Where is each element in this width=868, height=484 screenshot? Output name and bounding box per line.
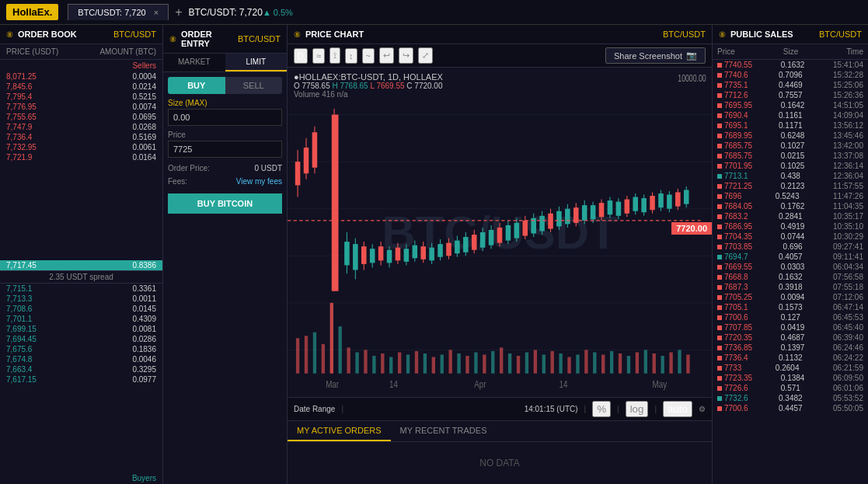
chart-undo[interactable]: ↩ [379,47,394,64]
sales-time: 07:12:06 [833,293,863,301]
tab-add-icon[interactable]: + [175,5,182,19]
sales-row-item: 7703.85 0.696 09:27:41 [713,242,868,252]
svg-rect-130 [633,197,638,211]
size-label: Size (MAX) [168,99,282,107]
sell-dot [717,93,722,98]
sales-time: 15:25:06 [833,81,863,89]
pct-btn[interactable]: % [592,401,611,417]
chart-line-tool[interactable]: ~ [362,48,375,64]
tab-market[interactable]: MARKET [163,54,225,71]
svg-rect-23 [441,354,444,373]
tab-limit[interactable]: LIMIT [225,54,288,71]
ob-amount-header: AMOUNT (BTC) [99,47,156,56]
sales-price: 7701.95 [717,162,752,170]
screenshot-button[interactable]: Share Screenshot 📷 [605,47,706,64]
sales-row-item: 7707.85 0.0419 06:45:40 [713,322,868,333]
sales-pair: BTC/USDT [819,30,862,39]
svg-rect-80 [420,246,426,259]
buyer-row: 7,708.60.0145 [0,304,162,314]
buy-button[interactable]: BUY BITCOIN [168,193,282,214]
sales-time: 13:45:46 [833,131,863,140]
sell-dot [717,376,722,381]
seller-price: 7,776.95 [6,103,37,111]
tab-recent-trades[interactable]: MY RECENT TRADES [391,421,497,441]
sell-dot [717,235,722,239]
buyers-label: Buyers [0,472,162,484]
sales-size: 0.7096 [779,71,803,79]
auto-btn[interactable]: auto [663,401,692,417]
svg-rect-37 [559,353,562,374]
sales-rows: 7740.55 0.1632 15:41:04 7740.6 0.7096 15… [713,60,868,484]
buy-tab[interactable]: BUY [168,77,225,94]
seller-amount: 0.0214 [132,82,156,91]
order-entry-pair: BTC/USDT [238,34,281,44]
svg-rect-134 [650,196,655,210]
svg-rect-124 [608,200,613,214]
log-btn[interactable]: log [626,401,649,417]
sales-row-item: 7740.6 0.7096 15:32:28 [713,70,868,80]
chart-type-candle[interactable]: ≈ [312,48,325,64]
sales-time: 14:09:04 [833,111,863,120]
sales-time: 06:45:53 [833,313,863,322]
sales-time: 13:42:00 [833,141,863,150]
sell-tab[interactable]: SELL [225,77,283,94]
active-tab[interactable]: BTC/USDT: 7,720 × [68,4,169,20]
sellers-rows: 8,071.250.00047,845.60.02147,795.40.5215… [0,71,162,260]
chart-area: ●HOLLAEX:BTC-USDT, 1D, HOLLAEX O 7758.65… [288,68,712,397]
sales-size: 0.3918 [779,283,803,291]
tab-close-icon[interactable]: × [154,8,159,17]
svg-rect-90 [463,237,469,252]
sales-time: 05:50:05 [833,404,863,413]
price-input[interactable] [168,141,282,158]
chart-draw-tool[interactable]: ↕ [345,48,357,64]
chart-type-bar[interactable]: ⟟ [329,47,340,64]
public-sales-panel: ⑧ PUBLIC SALES BTC/USDT Price Size Time … [713,25,868,484]
sales-row-item: 7701.95 0.1025 12:36:14 [713,161,868,171]
sales-price: 7694.7 [717,252,748,261]
svg-rect-10 [330,303,333,374]
sales-row-item: 7700.6 0.127 06:45:53 [713,312,868,322]
max-link[interactable]: (MAX) [185,99,207,107]
sales-size: 0.1171 [779,121,803,130]
sales-time: 12:36:14 [833,162,863,170]
tab-active-orders[interactable]: MY ACTIVE ORDERS [288,421,391,441]
size-input[interactable] [168,109,282,126]
sales-time: 06:39:40 [833,333,863,342]
sales-row-item: 7736.4 0.1132 06:24:22 [713,353,868,363]
chart-redo[interactable]: ↪ [399,47,413,64]
svg-rect-142 [684,190,689,204]
sales-row-item: 7732.6 0.3482 05:53:52 [713,393,868,403]
screenshot-label: Share Screenshot [614,51,682,61]
svg-rect-21 [424,353,427,374]
timeframe-d-btn[interactable]: D [294,48,308,64]
chart-panel: ⑧ PRICE CHART BTC/USDT D ≈ ⟟ ↕ ~ ↩ ↪ ⤢ S… [288,25,713,484]
sales-time: 10:35:10 [833,222,863,231]
svg-rect-33 [525,352,528,373]
fees-link[interactable]: View my fees [236,177,282,186]
svg-text:10000.00: 10000.00 [678,73,706,84]
sell-dot [717,285,722,290]
best-bid-row: 7,717.45 0.8386 [0,260,162,270]
seller-amount: 0.5215 [132,92,156,101]
sell-dot [717,406,722,411]
sales-size: 0.1397 [781,343,805,352]
seller-price: 7,747.9 [6,123,32,131]
sell-dot [717,305,722,310]
sales-size: 0.1027 [781,141,805,150]
sales-price: 7705.25 [717,293,752,301]
svg-rect-128 [625,200,630,214]
svg-rect-34 [534,350,537,373]
sales-price: 7696 [717,192,741,200]
chart-settings-icon[interactable]: ⚙ [699,405,706,413]
sales-price: 7721.25 [717,182,752,190]
col-time-header: Time [846,47,863,56]
seller-amount: 0.0164 [132,153,156,162]
sales-time: 10:35:17 [833,212,863,221]
sales-size: 0.571 [781,384,800,392]
chart-fullscreen[interactable]: ⤢ [418,47,433,64]
sales-price: 7689.95 [717,131,752,140]
svg-rect-100 [506,225,511,241]
sales-row-item: 7735.1 0.4469 15:25:06 [713,80,868,90]
svg-rect-76 [404,249,410,262]
seller-price: 7,721.9 [6,153,32,162]
